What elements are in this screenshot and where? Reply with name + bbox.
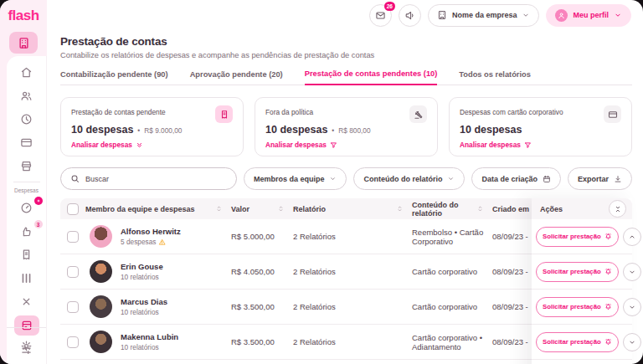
sort-icon[interactable] <box>396 205 404 213</box>
expand-row-button[interactable] <box>623 333 641 351</box>
avatar <box>90 225 112 248</box>
member-name: Erin Gouse <box>121 262 163 271</box>
approvals-count-badge: 3 <box>34 220 43 228</box>
store-icon <box>20 160 33 172</box>
filter-team-members[interactable]: Membros da equipe <box>244 167 347 190</box>
column-header-member: Membro da equipe e despesas <box>85 205 195 213</box>
sidebar-item-categories[interactable] <box>14 292 39 310</box>
request-accountability-button[interactable]: Solicitar prestação <box>536 297 619 317</box>
announcements-button[interactable] <box>399 4 421 27</box>
row-checkbox[interactable] <box>67 266 79 278</box>
column-header-created: Criado em <box>492 205 529 213</box>
request-accountability-button[interactable]: Solicitar prestação <box>536 262 619 282</box>
notification-count-badge: 26 <box>384 2 395 11</box>
expand-row-button[interactable] <box>623 263 641 281</box>
sidebar-footer <box>7 327 46 364</box>
calendar-icon <box>543 175 551 183</box>
chevron-down-icon <box>522 11 530 19</box>
building-icon <box>18 37 30 49</box>
search-box <box>60 167 237 190</box>
chevron-up-icon <box>628 233 636 241</box>
avatar <box>90 331 112 353</box>
sidebar-item-home[interactable] <box>14 63 39 81</box>
member-subtitle: 10 relatórios <box>121 343 159 351</box>
actions-column: Ações Solicitar prestação Solicitar pres… <box>532 198 632 364</box>
card-amount: R$ 800,00 <box>338 126 370 135</box>
column-header-value: Valor <box>231 205 249 213</box>
analyze-expenses-link[interactable]: Analisar despesas <box>71 141 143 149</box>
filter-funnel-icon <box>524 141 532 149</box>
bell-icon <box>604 268 612 275</box>
chevron-down-icon <box>614 11 622 19</box>
request-accountability-button[interactable]: Solicitar prestação <box>536 332 619 352</box>
sidebar-item-marketplace[interactable] <box>14 156 39 175</box>
home-icon <box>20 66 33 79</box>
notifications-button[interactable]: 26 <box>369 4 392 27</box>
export-button[interactable]: Exportar <box>568 167 632 190</box>
sidebar-item-company[interactable] <box>9 32 38 54</box>
search-input[interactable] <box>85 175 227 183</box>
sidebar-divider <box>13 182 40 182</box>
row-checkbox[interactable] <box>67 336 79 348</box>
sort-icon[interactable] <box>476 205 484 213</box>
member-subtitle: 5 despesas <box>121 238 156 246</box>
row-checkbox[interactable] <box>67 301 79 313</box>
sidebar-item-approvals[interactable]: 3 <box>14 222 39 240</box>
chevron-down-icon <box>329 175 337 182</box>
company-selector-button[interactable]: Nome da empresa <box>428 4 540 27</box>
filter-label: Data de criação <box>481 175 538 183</box>
request-accountability-button[interactable]: Solicitar prestação <box>536 227 619 247</box>
summary-cards: Prestação de contas pendente 10 despesas… <box>60 97 632 156</box>
card-amount: R$ 9.000,00 <box>144 126 182 135</box>
sidebar-item-history[interactable] <box>14 110 39 128</box>
sidebar-item-expense-monitor[interactable] <box>14 198 39 217</box>
page-subtitle: Contabilize os relatórios de despesas e … <box>60 51 632 59</box>
collapse-column-button[interactable] <box>609 200 626 218</box>
tab-contabilizacao-pendente[interactable]: Contabilização pendente (90) <box>60 69 168 85</box>
sidebar-item-reports[interactable] <box>14 269 39 287</box>
card-count: 10 despesas <box>460 124 522 136</box>
bell-icon <box>604 303 612 310</box>
member-name: Alfonso Herwitz <box>121 227 181 236</box>
filter-report-content[interactable]: Conteúdo do relatório <box>353 167 465 190</box>
sort-icon[interactable] <box>215 205 223 213</box>
tab-aprovacao-pendente[interactable]: Aprovação pendente (20) <box>190 69 283 85</box>
card-link-label: Analisar despesas <box>71 141 132 149</box>
sort-icon[interactable] <box>277 205 285 213</box>
chevron-down-icon <box>628 303 636 311</box>
column-header-actions: Ações <box>540 205 563 213</box>
collapse-row-button[interactable] <box>623 228 641 246</box>
member-name: Makenna Lubin <box>121 332 178 341</box>
actions-row: Solicitar prestação <box>532 360 632 364</box>
actions-row: Solicitar prestação <box>532 325 632 360</box>
card-count: 10 despesas <box>71 124 133 136</box>
policy-gavel-icon <box>409 105 427 123</box>
chevron-down-icon <box>447 175 455 182</box>
clock-icon <box>20 113 33 126</box>
tab-todos-relatorios[interactable]: Todos os relatórios <box>459 69 531 85</box>
sidebar-item-settings[interactable] <box>14 337 39 356</box>
chevron-down-icon <box>628 338 636 346</box>
person-icon <box>555 9 568 22</box>
analyze-expenses-link[interactable]: Analisar despesas <box>460 141 532 149</box>
top-bar: 26 Nome da empresa Meu perfil <box>47 0 643 30</box>
filter-creation-date[interactable]: Data de criação <box>471 167 561 190</box>
sidebar-section-label: Despesas <box>14 187 39 193</box>
sidebar-item-cards[interactable] <box>14 133 39 151</box>
card-fora-da-politica: Fora da política 10 despesas • R$ 800,00… <box>255 97 438 156</box>
sidebar-item-people[interactable] <box>14 86 39 105</box>
card-link-label: Analisar despesas <box>460 141 521 149</box>
select-all-checkbox[interactable] <box>67 203 79 215</box>
column-header-report: Relatório <box>293 205 326 213</box>
row-checkbox[interactable] <box>67 231 79 243</box>
sidebar-item-receipts[interactable] <box>14 245 39 264</box>
filter-label: Membros da equipe <box>254 175 325 183</box>
cell-report: 2 Relatórios <box>293 302 412 311</box>
profile-button[interactable]: Meu perfil <box>546 4 631 27</box>
card-title: Fora da política <box>265 105 313 116</box>
analyze-expenses-link[interactable]: Analisar despesas <box>265 141 337 149</box>
card-icon <box>20 136 33 149</box>
tab-bar: Contabilização pendente (90) Aprovação p… <box>60 69 632 85</box>
expand-row-button[interactable] <box>623 298 641 316</box>
tab-prestacao-pendentes[interactable]: Prestação de contas pendentes (10) <box>305 69 438 85</box>
